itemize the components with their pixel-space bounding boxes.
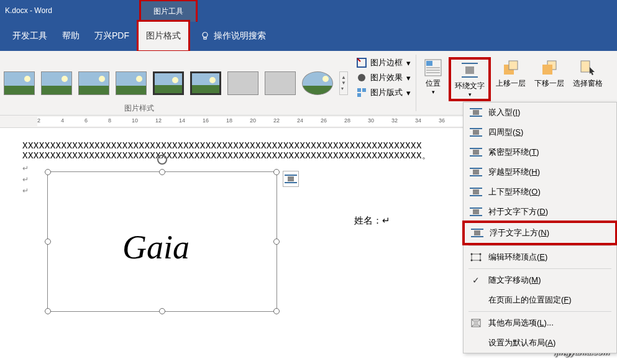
wrap-topbottom-item[interactable]: 上下型环绕(O): [464, 182, 616, 202]
more-layout-icon: [470, 318, 482, 328]
svg-rect-14: [465, 66, 474, 74]
empty-icon: [470, 338, 482, 348]
resize-handle-br[interactable]: [273, 308, 280, 314]
picture-tools-contextual-tab[interactable]: 图片工具: [139, 0, 198, 22]
wrap-inline-item[interactable]: 嵌入型(I): [464, 102, 616, 122]
picture-border-button[interactable]: 图片边框 ▾: [357, 57, 411, 68]
ruler-tick: 36: [439, 117, 445, 124]
resize-handle-tm[interactable]: [159, 169, 165, 175]
tell-me-search[interactable]: 操作说明搜索: [190, 30, 266, 42]
svg-rect-21: [472, 254, 480, 260]
ribbon-group-label: 图片样式: [124, 103, 154, 114]
effects-icon: [357, 73, 367, 83]
resize-handle-ml[interactable]: [45, 239, 51, 245]
wrap-square-item[interactable]: 四周型(S): [464, 122, 616, 142]
tab-wanxing-pdf[interactable]: 万兴PDF: [87, 22, 137, 50]
svg-point-0: [203, 32, 208, 37]
signature-image-content: Gaia: [122, 228, 190, 266]
svg-rect-18: [542, 65, 552, 75]
wrap-tight-item[interactable]: 紧密型环绕(T): [464, 142, 616, 162]
position-button[interactable]: 位置▾: [419, 57, 447, 96]
more-layout-options-item[interactable]: 其他布局选项(L)...: [464, 313, 616, 333]
edit-points-icon: [470, 252, 482, 262]
tab-picture-format[interactable]: 图片格式: [137, 20, 190, 52]
rotate-handle[interactable]: [156, 153, 168, 166]
picture-style-commands: 图片边框 ▾ 图片效果 ▾ 图片版式 ▾: [352, 51, 416, 115]
menu-separator: [468, 245, 611, 246]
send-backward-button[interactable]: 下移一层: [531, 57, 568, 90]
window-title: K.docx - Word: [0, 6, 52, 15]
ruler-tick: 6: [85, 117, 88, 124]
through-icon: [470, 167, 482, 177]
svg-point-24: [471, 260, 473, 262]
picture-style-3[interactable]: [78, 71, 109, 95]
menu-separator: [468, 311, 611, 312]
svg-point-3: [358, 74, 365, 81]
bring-forward-button[interactable]: 上移一层: [492, 57, 529, 90]
ruler-tick: 16: [203, 117, 209, 124]
picture-style-9[interactable]: [302, 71, 333, 95]
resize-handle-tr[interactable]: [273, 169, 280, 175]
selected-picture[interactable]: Gaia: [47, 171, 277, 312]
picture-style-7[interactable]: [227, 71, 258, 95]
edit-wrap-points-item[interactable]: 编辑环绕顶点(E): [464, 247, 616, 267]
picture-style-6[interactable]: [190, 71, 221, 95]
ruler-tick: 8: [108, 117, 111, 124]
svg-rect-16: [509, 61, 518, 70]
wrap-text-icon: [460, 61, 479, 80]
resize-handle-bm[interactable]: [159, 308, 165, 314]
selection-pane-button[interactable]: 选择窗格: [569, 57, 606, 90]
picture-style-4[interactable]: [116, 71, 147, 95]
picture-style-2[interactable]: [41, 71, 72, 95]
layout-options-button[interactable]: [283, 171, 299, 187]
behind-icon: [470, 207, 482, 217]
picture-style-5[interactable]: [153, 71, 184, 95]
selection-pane-icon: [578, 58, 597, 77]
picture-layout-button[interactable]: 图片版式 ▾: [357, 87, 411, 98]
picture-styles-gallery: ▲▼▾: [0, 51, 352, 115]
ruler-tick: 20: [250, 117, 256, 124]
resize-handle-tl[interactable]: [45, 169, 51, 175]
inline-icon: [470, 107, 482, 117]
set-default-layout-item[interactable]: 设置为默认布局(A): [464, 333, 616, 353]
wrap-behind-item[interactable]: 衬于文字下方(D): [464, 202, 616, 222]
svg-point-22: [471, 253, 473, 255]
svg-rect-4: [357, 88, 361, 92]
wrap-through-item[interactable]: 穿越型环绕(H): [464, 162, 616, 182]
position-icon: [424, 58, 442, 77]
tab-developer[interactable]: 开发工具: [5, 22, 55, 50]
ruler-tick: 28: [344, 117, 350, 124]
ruler-tick: 10: [132, 117, 138, 124]
title-bar: K.docx - Word 图片工具: [0, 0, 617, 21]
menu-separator: [468, 268, 611, 269]
ruler-tick: 2: [37, 117, 40, 124]
svg-point-23: [480, 253, 482, 255]
picture-styles-more[interactable]: ▲▼▾: [339, 71, 348, 95]
svg-point-25: [480, 260, 482, 262]
empty-icon: [470, 295, 482, 305]
move-with-text-item[interactable]: ✓ 随文字移动(M): [464, 270, 616, 290]
wrap-text-button[interactable]: 环绕文字▾: [449, 57, 491, 101]
ruler-tick: 12: [155, 117, 162, 124]
svg-rect-19: [581, 61, 590, 72]
layout-options-icon: [285, 175, 297, 183]
send-backward-icon: [540, 58, 559, 77]
ruler-tick: 18: [226, 117, 232, 124]
topbottom-icon: [470, 187, 482, 197]
resize-handle-bl[interactable]: [45, 308, 51, 314]
svg-rect-8: [426, 61, 432, 66]
picture-style-8[interactable]: [265, 71, 296, 95]
wrap-infront-item[interactable]: 浮于文字上方(N): [462, 221, 617, 245]
infront-icon: [471, 228, 483, 238]
svg-rect-6: [357, 93, 361, 97]
wrap-text-dropdown: 嵌入型(I) 四周型(S) 紧密型环绕(T) 穿越型环绕(H) 上下型环绕(O)…: [463, 102, 617, 353]
ribbon-tabs: 开发工具 帮助 万兴PDF 图片格式 操作说明搜索: [0, 21, 617, 51]
fix-position-item[interactable]: 在页面上的位置固定(F): [464, 290, 616, 310]
border-icon: [357, 58, 367, 68]
ruler-tick: 26: [321, 117, 327, 124]
picture-style-1[interactable]: [4, 71, 35, 95]
picture-effects-button[interactable]: 图片效果 ▾: [357, 72, 411, 83]
resize-handle-mr[interactable]: [273, 239, 280, 245]
check-icon: ✓: [470, 275, 482, 285]
tab-help[interactable]: 帮助: [55, 22, 87, 50]
